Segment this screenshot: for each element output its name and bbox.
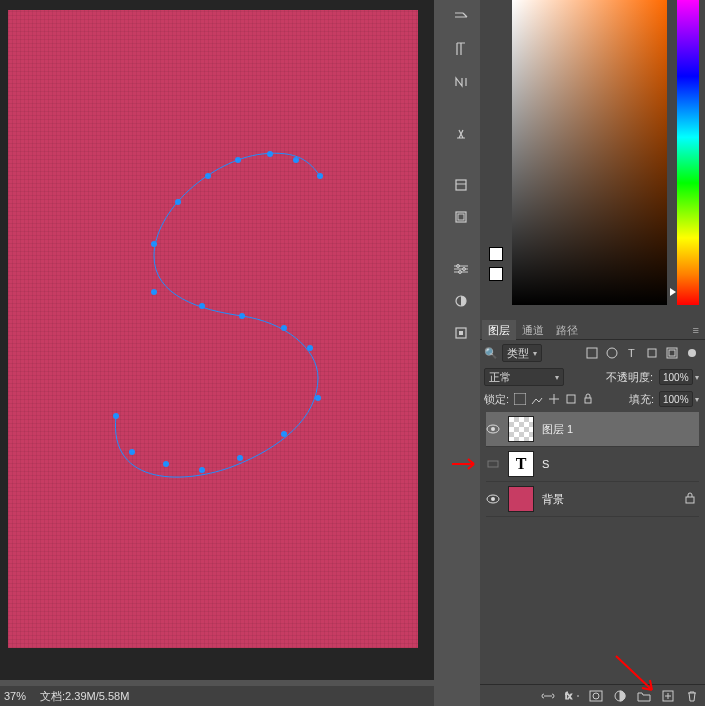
fill-input[interactable]: 100%: [659, 391, 693, 407]
lock-position-icon[interactable]: [548, 393, 560, 405]
lock-icon: [685, 490, 695, 508]
svg-point-17: [293, 157, 299, 163]
filter-image-icon[interactable]: [585, 346, 599, 360]
properties-panel-icon[interactable]: [450, 174, 472, 196]
fg-bg-swatch[interactable]: [489, 247, 507, 303]
svg-point-39: [491, 427, 495, 431]
svg-point-34: [688, 349, 696, 357]
layers-list: 图层 1 T S 背景: [480, 410, 705, 519]
filter-type-icon[interactable]: T: [625, 346, 639, 360]
doc-size-readout: 文档:2.39M/5.58M: [40, 689, 129, 704]
svg-point-16: [267, 151, 273, 157]
svg-point-0: [113, 413, 119, 419]
svg-rect-19: [456, 180, 466, 190]
layer-name[interactable]: S: [542, 458, 549, 470]
svg-rect-27: [459, 331, 463, 335]
layer-kind-dropdown[interactable]: 类型▾: [502, 344, 542, 362]
lock-all-icon[interactable]: [582, 393, 594, 405]
lock-image-icon[interactable]: [531, 393, 543, 405]
fx-panel-icon[interactable]: [450, 290, 472, 312]
svg-text:fx: fx: [565, 691, 573, 701]
svg-point-46: [593, 693, 599, 699]
layers-panel: 图层 通道 路径 ≡ 🔍 类型▾ T 正常▾ 不透明度:: [480, 320, 705, 706]
adjustments-panel-icon[interactable]: [450, 258, 472, 280]
link-layers-icon[interactable]: [541, 689, 555, 703]
lock-label: 锁定:: [484, 392, 509, 407]
layer-name[interactable]: 图层 1: [542, 422, 573, 437]
svg-point-9: [239, 313, 245, 319]
svg-point-15: [235, 157, 241, 163]
color-field[interactable]: [512, 0, 667, 305]
opacity-label: 不透明度:: [606, 370, 653, 385]
search-icon: 🔍: [484, 347, 498, 360]
layer-thumb-checker: [508, 416, 534, 442]
tab-channels[interactable]: 通道: [516, 320, 550, 340]
svg-point-4: [237, 455, 243, 461]
document-canvas[interactable]: [8, 10, 418, 648]
svg-rect-36: [567, 395, 575, 403]
svg-rect-21: [458, 214, 464, 220]
svg-point-12: [151, 241, 157, 247]
hue-slider[interactable]: [677, 0, 699, 305]
tab-layers[interactable]: 图层: [482, 320, 516, 340]
character-panel-icon[interactable]: [450, 6, 472, 28]
lock-transparent-icon[interactable]: [514, 393, 526, 405]
tab-paths[interactable]: 路径: [550, 320, 584, 340]
fill-label: 填充:: [629, 392, 654, 407]
glyphs-panel-icon[interactable]: [450, 70, 472, 92]
svg-point-14: [205, 173, 211, 179]
annotation-arrow: [452, 456, 482, 472]
filter-toggle[interactable]: [685, 346, 699, 360]
layer-row[interactable]: 图层 1: [486, 412, 699, 446]
filter-adjust-icon[interactable]: [605, 346, 619, 360]
svg-point-42: [491, 497, 495, 501]
layer-style-icon[interactable]: fx: [565, 689, 579, 703]
layer-mask-icon[interactable]: [589, 689, 603, 703]
lock-artboard-icon[interactable]: [565, 393, 577, 405]
libraries-panel-icon[interactable]: [450, 206, 472, 228]
visibility-toggle[interactable]: [486, 457, 500, 471]
channels-panel-icon[interactable]: [450, 322, 472, 344]
layer-name[interactable]: 背景: [542, 492, 564, 507]
layer-row[interactable]: T S: [486, 447, 699, 481]
layer-row[interactable]: 背景: [486, 482, 699, 516]
svg-point-8: [281, 325, 287, 331]
svg-point-11: [151, 289, 157, 295]
vector-shape-s[interactable]: [8, 10, 418, 648]
svg-rect-28: [587, 348, 597, 358]
blend-label: 正常: [489, 370, 511, 385]
visibility-toggle[interactable]: [486, 492, 500, 506]
status-bar: 37% 文档:2.39M/5.58M: [0, 686, 434, 706]
new-layer-icon[interactable]: [661, 689, 675, 703]
color-panel: [480, 0, 705, 308]
svg-point-1: [129, 449, 135, 455]
options-vertical-toolbar: [448, 0, 474, 344]
panel-tabs: 图层 通道 路径 ≡: [480, 320, 705, 340]
adjustment-layer-icon[interactable]: [613, 689, 627, 703]
delete-layer-icon[interactable]: [685, 689, 699, 703]
right-panel-dock: 图层 通道 路径 ≡ 🔍 类型▾ T 正常▾ 不透明度:: [480, 0, 705, 706]
svg-text:T: T: [628, 347, 635, 359]
panel-menu-icon[interactable]: ≡: [687, 324, 705, 336]
fill-chevron[interactable]: ▾: [695, 395, 699, 404]
canvas-area: [0, 0, 434, 680]
styles-panel-icon[interactable]: [450, 122, 472, 144]
svg-point-10: [199, 303, 205, 309]
svg-point-7: [307, 345, 313, 351]
filter-smart-icon[interactable]: [665, 346, 679, 360]
opacity-input[interactable]: 100%: [659, 369, 693, 385]
svg-rect-35: [514, 393, 526, 405]
svg-point-6: [315, 395, 321, 401]
layer-thumb-type: T: [508, 451, 534, 477]
layer-thumb-solid: [508, 486, 534, 512]
paragraph-panel-icon[interactable]: [450, 38, 472, 60]
svg-point-2: [163, 461, 169, 467]
svg-point-29: [607, 348, 617, 358]
layers-bottom-toolbar: fx: [480, 684, 705, 706]
svg-rect-43: [686, 497, 694, 503]
visibility-toggle[interactable]: [486, 422, 500, 436]
new-group-icon[interactable]: [637, 689, 651, 703]
filter-shape-icon[interactable]: [645, 346, 659, 360]
blend-mode-dropdown[interactable]: 正常▾: [484, 368, 564, 386]
opacity-chevron[interactable]: ▾: [695, 373, 699, 382]
